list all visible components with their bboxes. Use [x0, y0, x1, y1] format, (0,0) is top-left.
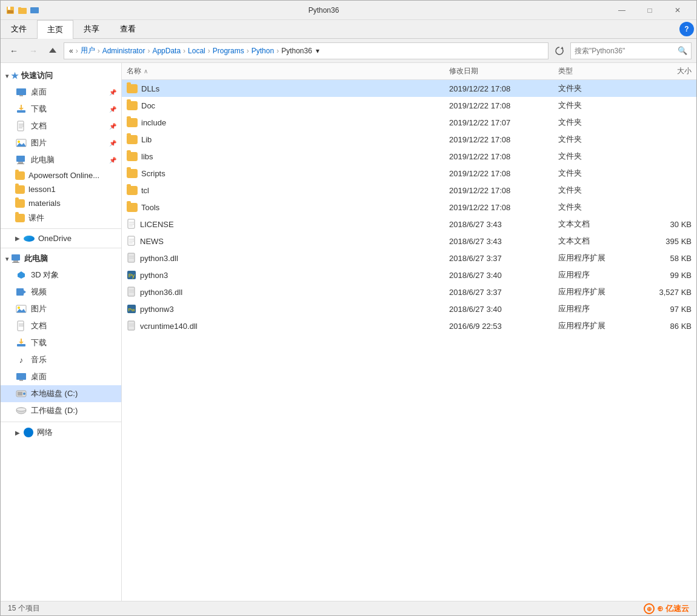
statusbar: 15 个项目 ⊕ ⊕ 亿速云 — [1, 601, 696, 615]
breadcrumb-programs[interactable]: Programs — [213, 47, 244, 55]
sidebar-item-work-d[interactable]: 工作磁盘 (D:) — [1, 402, 121, 419]
table-row[interactable]: libs 2019/12/22 17:08 文件夹 — [122, 148, 696, 165]
table-row[interactable]: DLLs 2019/12/22 17:08 文件夹 — [122, 80, 696, 97]
breadcrumb-python[interactable]: Python — [252, 47, 274, 55]
file-type: 文件夹 — [558, 151, 631, 162]
tab-view[interactable]: 查看 — [110, 20, 146, 38]
table-row[interactable]: Tools 2019/12/22 17:08 文件夹 — [122, 199, 696, 216]
file-name: Py python3 — [127, 270, 449, 280]
file-date: 2019/12/22 17:08 — [449, 203, 558, 212]
help-button[interactable]: ? — [679, 22, 694, 36]
maximize-button[interactable]: □ — [636, 1, 664, 20]
col-header-date[interactable]: 修改日期 — [449, 66, 558, 76]
sidebar-item-apowersoft[interactable]: Apowersoft Online... — [1, 168, 121, 182]
breadcrumb-local[interactable]: Local — [188, 47, 205, 55]
svg-rect-2 — [7, 10, 13, 13]
table-row[interactable]: tcl 2019/12/22 17:08 文件夹 — [122, 182, 696, 199]
svg-rect-8 — [16, 88, 26, 95]
sidebar-item-music[interactable]: ♪ 音乐 — [1, 351, 121, 368]
svg-rect-39 — [16, 373, 26, 380]
file-name: vcruntime140.dll — [127, 320, 449, 331]
refresh-button[interactable] — [551, 42, 568, 59]
refresh-icon — [555, 46, 564, 56]
content-area: ▾ ★ 快速访问 桌面 📌 下载 — [1, 63, 696, 601]
sidebar-item-onedrive[interactable]: ▶ OneDrive — [1, 231, 121, 245]
thispc-chevron: ▾ — [5, 256, 8, 262]
table-row[interactable]: Lib 2019/12/22 17:08 文件夹 — [122, 131, 696, 148]
col-header-name[interactable]: 名称 ∧ — [127, 66, 449, 76]
titlebar-controls: — □ ✕ — [608, 1, 692, 20]
file-name: python3.dll — [127, 253, 449, 263]
tab-share[interactable]: 共享 — [73, 20, 110, 38]
table-row[interactable]: Py python3 2018/6/27 3:40 应用程序 99 KB — [122, 267, 696, 283]
minimize-button[interactable]: — — [608, 1, 636, 20]
svg-point-43 — [23, 392, 25, 395]
file-name: Scripts — [127, 169, 449, 178]
sidebar-item-3d[interactable]: 3D 对象 — [1, 267, 121, 283]
sidebar-item-download-pc[interactable]: 下载 — [1, 334, 121, 351]
breadcrumb-users[interactable]: 用户 — [81, 45, 95, 56]
sidebar-item-thispc-quick[interactable]: 此电脑 📌 — [1, 151, 121, 168]
table-row[interactable]: Pw pythonw3 2018/6/27 3:40 应用程序 97 KB — [122, 300, 696, 317]
sidebar-item-local-c[interactable]: 本地磁盘 (C:) — [1, 385, 121, 402]
file-type: 文件夹 — [558, 185, 631, 196]
table-row[interactable]: LICENSE 2018/6/27 3:43 文本文档 30 KB — [122, 216, 696, 233]
sidebar-item-materials[interactable]: materials — [1, 196, 121, 210]
thispc-header[interactable]: ▾ 此电脑 — [1, 251, 121, 267]
up-icon — [48, 47, 57, 55]
quick-access-header[interactable]: ▾ ★ 快速访问 — [1, 68, 121, 84]
file-name: LICENSE — [127, 219, 449, 230]
sidebar-item-pictures-pc[interactable]: 图片 — [1, 300, 121, 317]
search-box[interactable]: 🔍 — [570, 42, 692, 59]
col-header-size[interactable]: 大小 — [631, 66, 692, 76]
up-button[interactable] — [44, 42, 61, 59]
svg-point-45 — [16, 408, 26, 411]
sidebar-item-courseware[interactable]: 课件 — [1, 210, 121, 226]
sidebar-item-network[interactable]: ▶ 网络 — [1, 425, 121, 440]
table-row[interactable]: include 2019/12/22 17:07 文件夹 — [122, 114, 696, 131]
svg-rect-5 — [30, 7, 39, 13]
file-name: DLLs — [127, 84, 449, 93]
back-button[interactable]: ← — [5, 42, 22, 59]
svg-rect-24 — [12, 254, 20, 260]
file-size: 395 KB — [631, 237, 692, 246]
brand-logo: ⊕ ⊕ 亿速云 — [644, 603, 689, 614]
titlebar: Python36 — □ ✕ — [1, 1, 696, 20]
table-row[interactable]: python3.dll 2018/6/27 3:37 应用程序扩展 58 KB — [122, 250, 696, 267]
sidebar-item-lesson1[interactable]: lesson1 — [1, 182, 121, 196]
onedrive-section: ▶ OneDrive — [1, 231, 121, 245]
tab-home[interactable]: 主页 — [37, 20, 73, 39]
star-icon: ★ — [11, 71, 19, 81]
forward-button[interactable]: → — [25, 42, 42, 59]
sidebar-item-desktop[interactable]: 桌面 📌 — [1, 84, 121, 101]
sidebar-item-download[interactable]: 下载 📌 — [1, 101, 121, 118]
table-row[interactable]: python36.dll 2018/6/27 3:37 应用程序扩展 3,527… — [122, 283, 696, 300]
file-size: 58 KB — [631, 254, 692, 263]
close-button[interactable]: ✕ — [664, 1, 692, 20]
table-row[interactable]: Doc 2019/12/22 17:08 文件夹 — [122, 97, 696, 114]
col-header-type[interactable]: 类型 — [558, 66, 631, 76]
svg-rect-10 — [17, 110, 25, 113]
svg-text:Pw: Pw — [128, 307, 135, 313]
search-icon[interactable]: 🔍 — [678, 46, 687, 55]
sidebar-item-pictures[interactable]: 图片 📌 — [1, 134, 121, 151]
folder-icon-courseware — [15, 214, 25, 222]
video-icon — [15, 286, 27, 298]
breadcrumb-dropdown-btn[interactable]: ▾ — [316, 47, 319, 55]
table-row[interactable]: Scripts 2019/12/22 17:08 文件夹 — [122, 165, 696, 182]
svg-rect-25 — [13, 260, 18, 262]
ribbon-tabs: 文件 主页 共享 查看 ? — [1, 20, 696, 38]
sidebar-item-desktop-pc[interactable]: 桌面 — [1, 368, 121, 385]
sidebar-item-documents[interactable]: 文档 📌 — [1, 118, 121, 134]
sidebar-item-docs-pc[interactable]: 文档 — [1, 317, 121, 334]
table-row[interactable]: NEWS 2018/6/27 3:43 文本文档 395 KB — [122, 233, 696, 250]
tab-file[interactable]: 文件 — [1, 20, 37, 38]
file-date: 2018/6/27 3:40 — [449, 305, 558, 314]
table-row[interactable]: vcruntime140.dll 2016/6/9 22:53 应用程序扩展 8… — [122, 317, 696, 334]
breadcrumb-admin[interactable]: Administrator — [102, 47, 145, 55]
breadcrumb[interactable]: « › 用户 › Administrator › AppData › Local… — [64, 42, 549, 59]
breadcrumb-appdata[interactable]: AppData — [152, 47, 181, 55]
search-input[interactable] — [575, 47, 675, 55]
svg-marker-13 — [19, 108, 24, 110]
sidebar-item-video[interactable]: 视频 — [1, 283, 121, 300]
